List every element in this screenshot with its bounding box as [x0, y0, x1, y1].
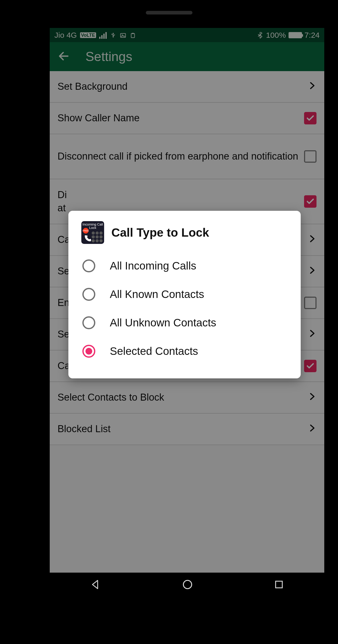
- option-label: All Known Contacts: [110, 288, 204, 301]
- clipboard-icon: [130, 32, 136, 39]
- row-disconnect-earphone[interactable]: Disconnect call if picked from earphone …: [50, 134, 324, 179]
- row-set-background[interactable]: Set Background: [50, 71, 324, 103]
- app-icon: Incoming Call Lock FREE: [81, 221, 104, 244]
- back-arrow-icon[interactable]: [57, 50, 70, 63]
- dialog-header: Incoming Call Lock FREE Call Type to Loc…: [81, 221, 288, 244]
- free-badge: FREE: [83, 228, 89, 234]
- row-label-line1: Di: [57, 189, 67, 200]
- row-label: Disconnect call if picked from earphone …: [57, 150, 304, 163]
- page-title: Settings: [85, 49, 132, 64]
- nav-recent-icon[interactable]: [273, 579, 285, 591]
- chevron-right-icon: [308, 81, 317, 92]
- svg-point-4: [183, 580, 192, 589]
- status-left: Jio 4G VoLTE: [54, 31, 136, 40]
- keypad-icon: [92, 231, 103, 242]
- phone-icon: [83, 234, 92, 242]
- clock-label: 7:24: [305, 31, 320, 40]
- radio-unselected-icon: [82, 316, 95, 329]
- svg-rect-2: [131, 33, 135, 38]
- svg-rect-5: [276, 581, 282, 588]
- checkbox-unchecked-icon[interactable]: [304, 150, 317, 163]
- option-all-known-contacts[interactable]: All Known Contacts: [81, 280, 288, 309]
- row-blocked-list[interactable]: Blocked List: [50, 414, 324, 445]
- dialog-call-type-to-lock: Incoming Call Lock FREE Call Type to Loc…: [68, 211, 301, 378]
- option-label: Selected Contacts: [110, 345, 198, 357]
- chevron-right-icon: [308, 266, 317, 277]
- row-label-line2: at: [57, 203, 66, 213]
- option-all-incoming-calls[interactable]: All Incoming Calls: [81, 252, 288, 280]
- checkbox-checked-icon[interactable]: [304, 360, 317, 372]
- battery-icon: [289, 32, 302, 38]
- nav-home-icon[interactable]: [181, 578, 194, 592]
- battery-percent-label: 100%: [266, 31, 286, 40]
- row-show-caller-name[interactable]: Show Caller Name: [50, 103, 324, 134]
- usb-icon: [110, 32, 117, 39]
- row-label: Show Caller Name: [57, 111, 304, 125]
- signal-icon: [99, 32, 107, 39]
- option-selected-contacts[interactable]: Selected Contacts: [81, 337, 288, 365]
- row-label: Blocked List: [57, 422, 308, 436]
- row-label: Select Contacts to Block: [57, 391, 308, 404]
- svg-rect-3: [132, 33, 134, 34]
- volte-badge: VoLTE: [80, 32, 96, 38]
- dialog-title: Call Type to Lock: [111, 226, 209, 239]
- gallery-icon: [120, 32, 126, 39]
- android-nav-bar: [50, 573, 324, 597]
- radio-selected-icon: [82, 345, 95, 358]
- bluetooth-icon: [257, 32, 263, 39]
- checkbox-unchecked-icon[interactable]: [304, 297, 317, 309]
- checkbox-checked-icon[interactable]: [304, 195, 317, 208]
- chevron-right-icon: [308, 424, 317, 435]
- option-all-unknown-contacts[interactable]: All Unknown Contacts: [81, 309, 288, 337]
- app-bar: Settings: [50, 42, 324, 71]
- radio-unselected-icon: [82, 259, 95, 272]
- option-label: All Unknown Contacts: [110, 317, 216, 329]
- row-label: Set Background: [57, 80, 308, 93]
- device-speaker: [146, 11, 192, 14]
- device-frame: Jio 4G VoLTE 100%: [18, 3, 320, 641]
- row-select-contacts-block[interactable]: Select Contacts to Block: [50, 382, 324, 414]
- chevron-right-icon: [308, 234, 317, 245]
- nav-back-icon[interactable]: [89, 578, 102, 592]
- checkbox-checked-icon[interactable]: [304, 112, 317, 124]
- chevron-right-icon: [308, 392, 317, 403]
- chevron-right-icon: [308, 329, 317, 340]
- carrier-label: Jio 4G: [54, 31, 77, 40]
- status-bar: Jio 4G VoLTE 100%: [50, 28, 324, 42]
- option-label: All Incoming Calls: [110, 260, 196, 272]
- status-right: 100% 7:24: [257, 31, 320, 40]
- radio-unselected-icon: [82, 288, 95, 301]
